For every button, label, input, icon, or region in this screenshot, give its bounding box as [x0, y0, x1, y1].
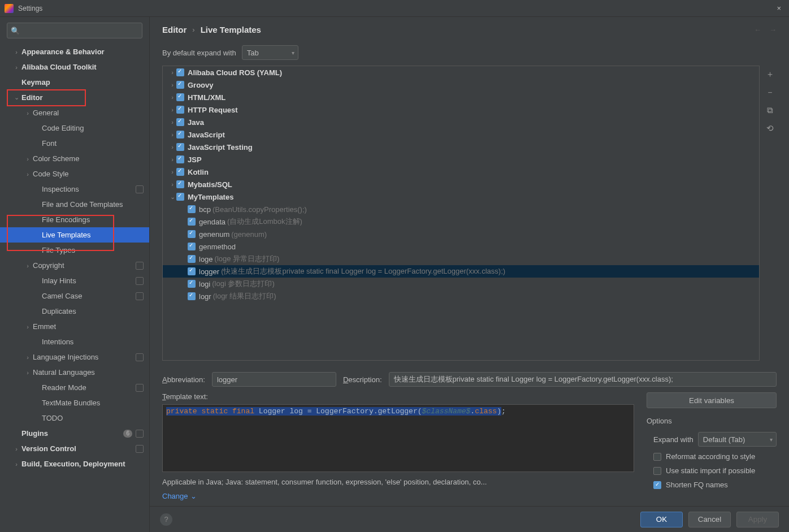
cancel-button[interactable]: Cancel — [688, 512, 731, 527]
sidebar-item-plugins[interactable]: Plugins6 — [0, 426, 149, 441]
sidebar-item-color-scheme[interactable]: ›Color Scheme — [0, 151, 149, 166]
apply-button[interactable]: Apply — [736, 512, 779, 527]
sidebar-item-intentions[interactable]: Intentions — [0, 334, 149, 349]
expand-with-combo[interactable]: Default (Tab) — [698, 432, 777, 447]
breadcrumb-root[interactable]: Editor — [162, 25, 187, 34]
sidebar-item-reader-mode[interactable]: Reader Mode — [0, 380, 149, 395]
nav-back-icon[interactable]: ← — [754, 25, 761, 34]
sidebar-item-emmet[interactable]: ›Emmet — [0, 319, 149, 334]
template-item-bcp[interactable]: bcp (BeanUtils.copyProperties();) — [163, 203, 759, 215]
add-button[interactable]: ＋ — [764, 68, 776, 80]
template-item-logi[interactable]: logi (logi 参数日志打印) — [163, 278, 759, 290]
sidebar-item-keymap[interactable]: Keymap — [0, 75, 149, 90]
shorten-fq-checkbox[interactable] — [653, 481, 661, 489]
template-desc: (自动生成Lombok注解) — [227, 217, 302, 227]
template-group-java[interactable]: ›Java — [163, 116, 759, 128]
help-button[interactable]: ? — [160, 513, 172, 526]
sidebar-item-file-and-code-templates[interactable]: File and Code Templates — [0, 197, 149, 212]
sidebar-item-live-templates[interactable]: Live Templates — [0, 227, 149, 243]
template-checkbox[interactable] — [188, 205, 196, 213]
remove-button[interactable]: － — [764, 86, 776, 98]
template-checkbox[interactable] — [188, 230, 196, 238]
template-group-mytemplates[interactable]: ⌄MyTemplates — [163, 191, 759, 203]
template-checkbox[interactable] — [188, 292, 196, 300]
template-group-groovy[interactable]: ›Groovy — [163, 79, 759, 91]
chevron-icon: › — [24, 369, 32, 376]
sidebar-item-natural-languages[interactable]: ›Natural Languages — [0, 365, 149, 380]
sidebar-item-duplicates[interactable]: Duplicates — [0, 304, 149, 319]
copy-button[interactable]: ⧉ — [764, 104, 776, 116]
static-import-row[interactable]: Use static import if possible — [647, 466, 777, 475]
template-item-logger[interactable]: logger (快速生成日志模板private static final Log… — [163, 265, 759, 278]
ok-button[interactable]: OK — [640, 512, 683, 527]
search-input[interactable] — [22, 27, 138, 35]
group-checkbox[interactable] — [176, 106, 184, 114]
sidebar-item-build-execution-deployment[interactable]: ›Build, Execution, Deployment — [0, 456, 149, 472]
sidebar-item-code-style[interactable]: ›Code Style — [0, 166, 149, 181]
template-group-jsp[interactable]: ›JSP — [163, 153, 759, 166]
template-group-http-request[interactable]: ›HTTP Request — [163, 103, 759, 116]
revert-button[interactable]: ⟲ — [764, 122, 776, 135]
template-group-html-xml[interactable]: ›HTML/XML — [163, 91, 759, 103]
sidebar-item-inlay-hints[interactable]: Inlay Hints — [0, 273, 149, 288]
group-checkbox[interactable] — [176, 180, 184, 188]
reformat-checkbox[interactable] — [653, 453, 661, 461]
app-icon — [5, 4, 14, 13]
sidebar-item-file-types[interactable]: File Types — [0, 243, 149, 258]
sidebar-item-editor[interactable]: ⌄Editor — [0, 90, 149, 105]
abbr-input[interactable] — [212, 372, 336, 387]
sidebar-item-textmate-bundles[interactable]: TextMate Bundles — [0, 395, 149, 410]
sidebar-item-general[interactable]: ›General — [0, 105, 149, 120]
group-checkbox[interactable] — [176, 93, 184, 101]
sidebar-item-todo[interactable]: TODO — [0, 410, 149, 426]
template-item-genmethod[interactable]: genmethod — [163, 240, 759, 253]
group-checkbox[interactable] — [176, 68, 184, 76]
sidebar-item-font[interactable]: Font — [0, 136, 149, 151]
expand-with-value: Default (Tab) — [703, 435, 745, 444]
sidebar-item-inspections[interactable]: Inspections — [0, 181, 149, 197]
expand-combo[interactable]: Tab — [242, 45, 298, 60]
group-checkbox[interactable] — [176, 193, 184, 201]
template-group-alibaba-cloud-ros-yaml-[interactable]: ›Alibaba Cloud ROS (YAML) — [163, 66, 759, 79]
shorten-fq-row[interactable]: Shorten FQ names — [647, 481, 777, 489]
reformat-row[interactable]: Reformat according to style — [647, 452, 777, 461]
template-checkbox[interactable] — [188, 243, 196, 250]
template-group-kotlin[interactable]: ›Kotlin — [163, 166, 759, 178]
group-checkbox[interactable] — [176, 118, 184, 126]
sidebar-item-copyright[interactable]: ›Copyright — [0, 258, 149, 273]
change-link[interactable]: Change ⌄ — [162, 492, 634, 500]
template-item-logr[interactable]: logr (logr 结果日志打印) — [163, 290, 759, 302]
template-checkbox[interactable] — [188, 218, 196, 226]
sidebar-item-label: File and Code Templates — [42, 200, 123, 209]
group-checkbox[interactable] — [176, 168, 184, 176]
sidebar-item-code-editing[interactable]: Code Editing — [0, 120, 149, 136]
desc-input[interactable] — [389, 372, 777, 387]
template-item-genenum[interactable]: genenum (genenum) — [163, 228, 759, 240]
group-checkbox[interactable] — [176, 81, 184, 89]
sidebar-item-language-injections[interactable]: ›Language Injections — [0, 349, 149, 365]
nav-forward-icon[interactable]: → — [769, 25, 777, 34]
template-item-gendata[interactable]: gendata (自动生成Lombok注解) — [163, 215, 759, 228]
template-group-javascript[interactable]: ›JavaScript — [163, 128, 759, 141]
template-item-loge[interactable]: loge (loge 异常日志打印) — [163, 253, 759, 265]
group-checkbox[interactable] — [176, 143, 184, 151]
templates-list[interactable]: ›Alibaba Cloud ROS (YAML)›Groovy›HTML/XM… — [162, 66, 760, 361]
template-checkbox[interactable] — [188, 255, 196, 263]
static-import-checkbox[interactable] — [653, 467, 661, 475]
group-checkbox[interactable] — [176, 131, 184, 139]
code-editor[interactable]: private static final Logger log = Logger… — [162, 404, 634, 472]
template-checkbox[interactable] — [188, 267, 196, 275]
template-group-javascript-testing[interactable]: ›JavaScript Testing — [163, 141, 759, 153]
settings-tree[interactable]: ›Appearance & Behavior›Alibaba Cloud Too… — [0, 44, 149, 532]
sidebar-item-camel-case[interactable]: Camel Case — [0, 288, 149, 304]
sidebar-item-alibaba-cloud-toolkit[interactable]: ›Alibaba Cloud Toolkit — [0, 59, 149, 75]
template-checkbox[interactable] — [188, 280, 196, 288]
edit-variables-button[interactable]: Edit variables — [647, 392, 777, 408]
template-group-mybatis-sql[interactable]: ›Mybatis/SQL — [163, 178, 759, 191]
close-icon[interactable]: × — [773, 2, 784, 15]
sidebar-item-version-control[interactable]: ›Version Control — [0, 441, 149, 456]
sidebar-item-appearance-behavior[interactable]: ›Appearance & Behavior — [0, 44, 149, 59]
group-checkbox[interactable] — [176, 155, 184, 163]
search-box[interactable]: 🔍 — [7, 23, 142, 38]
sidebar-item-file-encodings[interactable]: File Encodings — [0, 212, 149, 227]
